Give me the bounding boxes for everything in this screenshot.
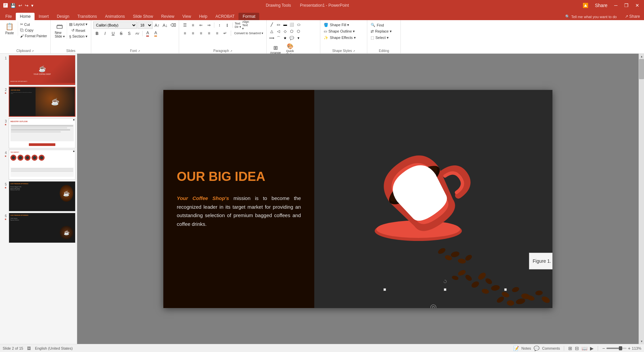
zoom-in-button[interactable]: + (628, 346, 631, 351)
slide-thumb-4[interactable]: 4 ★ THE MARKET (1, 150, 75, 180)
shape-effects-button[interactable]: ✨ Shape Effects ▾ (322, 35, 357, 41)
bold-button[interactable]: B (93, 30, 101, 37)
tab-insert[interactable]: Insert (35, 13, 53, 20)
strikethrough-button[interactable]: S (117, 30, 125, 37)
handle-bottom-right[interactable] (504, 288, 507, 291)
reading-view-button[interactable]: 📖 (582, 346, 587, 351)
shape-line-icon[interactable]: ╱ (269, 21, 275, 28)
tab-animations[interactable]: Animations (101, 13, 129, 20)
scroll-thumb[interactable] (639, 59, 644, 79)
shape-star-icon[interactable]: ★ (282, 35, 288, 41)
tab-home[interactable]: Home (16, 13, 35, 20)
shape-arrow-icon[interactable]: ⟹ (269, 35, 275, 41)
char-spacing-button[interactable]: AV (133, 30, 141, 37)
slide-image-5[interactable]: OUR PREMIUM OFFERINGS Premium Bagged Cof… (9, 181, 75, 211)
slide-panel[interactable]: 1 ☕ YOUR COFFEE SHOP INVESTOR OPPORTUNIT… (0, 54, 77, 344)
tell-me-input[interactable]: 🔍 Tell me what you want to do (561, 13, 621, 20)
handle-bottom-center[interactable] (444, 288, 446, 291)
slide-image-2[interactable]: OUR BIG IDEA Your Coffee Shop's mission … (9, 87, 75, 117)
shape-diamond-icon[interactable]: ◇ (282, 28, 288, 34)
zoom-slider[interactable] (606, 348, 627, 349)
save-icon[interactable]: 💾 (10, 2, 16, 9)
slideshow-button[interactable]: ▶ (590, 346, 594, 351)
copy-button[interactable]: ⿻ Copy (19, 28, 35, 33)
replace-button[interactable]: ⇄ Replace ▾ (369, 29, 393, 34)
tab-format[interactable]: Format (238, 13, 259, 20)
font-size-select[interactable]: 18 (138, 21, 153, 29)
close-button[interactable]: ✕ (633, 3, 641, 8)
tab-view[interactable]: View (178, 13, 195, 20)
section-button[interactable]: § Section ▾ (68, 34, 89, 39)
justify2-button[interactable]: ≡ (213, 30, 221, 37)
align-right-button[interactable]: ≡ (197, 30, 205, 37)
slide-thumb-6[interactable]: 6 ★ OUR PREMIUM OFFERINGS ☕ Coffee Varie… (1, 213, 75, 243)
cut-button[interactable]: ✂ Cut (19, 21, 31, 27)
bullets-button[interactable]: ☰ (181, 21, 189, 29)
tab-help[interactable]: Help (195, 13, 212, 20)
handle-bottom-left[interactable] (383, 288, 386, 291)
increase-font-size-button[interactable]: A↑ (153, 21, 161, 29)
rotation-handle[interactable] (443, 280, 447, 284)
slide-thumb-1[interactable]: 1 ☕ YOUR COFFEE SHOP INVESTOR OPPORTUNIT… (1, 55, 75, 85)
tab-transitions[interactable]: Transitions (73, 13, 101, 20)
comments-button[interactable]: 💬 (534, 346, 539, 351)
align-left-button[interactable]: ≡ (181, 30, 189, 37)
slide-thumb-2[interactable]: 2 ★ OUR BIG IDEA Your Coffee Shop's miss… (1, 87, 75, 117)
select-button[interactable]: ⬚ Select ▾ (369, 35, 390, 41)
shape-hexagon-icon[interactable]: ⬡ (296, 28, 302, 34)
shape-rtriangle-icon[interactable]: ◁ (275, 28, 281, 34)
slide-thumb-3[interactable]: 3 ★ INDUSTRY OUTLOOK (1, 118, 75, 148)
shape-fill-button[interactable]: 🪣 Shape Fill ▾ (322, 22, 351, 28)
highlight-color-button[interactable]: A (152, 30, 159, 37)
customize-qat-icon[interactable]: ▾ (31, 2, 34, 9)
shape-pentagon-icon[interactable]: ⬠ (289, 28, 295, 34)
slide-image-1[interactable]: ☕ YOUR COFFEE SHOP INVESTOR OPPORTUNITY (9, 55, 75, 85)
scroll-track[interactable] (639, 59, 644, 339)
tab-review[interactable]: Review (157, 13, 178, 20)
tab-slideshow[interactable]: Slide Show (129, 13, 157, 20)
increase-indent-button[interactable]: ⇒ (205, 21, 213, 29)
slide-image-3[interactable]: INDUSTRY OUTLOOK (9, 118, 75, 148)
restore-button[interactable]: ❐ (622, 3, 631, 8)
zoom-thumb[interactable] (619, 346, 622, 350)
text-direction-button[interactable]: TextDir ▾ (234, 21, 241, 29)
tab-acrobat[interactable]: ACROBAT (211, 13, 238, 20)
columns-button[interactable]: ⫿ (224, 21, 231, 29)
scroll-up-arrow[interactable]: ▲ (639, 54, 644, 59)
italic-button[interactable]: I (101, 30, 109, 37)
font-family-select[interactable]: Calibri (Body) (93, 21, 137, 29)
justify-button[interactable]: ≡ (205, 30, 213, 37)
slide-area[interactable]: OUR BIG IDEA Your Coffee Shop's mission … (77, 54, 639, 344)
scroll-down-arrow[interactable]: ▼ (639, 339, 644, 344)
shape-rounded-rect-icon[interactable]: ⬜ (289, 21, 295, 28)
tab-file[interactable]: File (1, 13, 16, 20)
slide-thumb-5[interactable]: 5 ★ OUR PREMIUM OFFERINGS Premium Bagged… (1, 181, 75, 211)
right-scrollbar[interactable]: ▲ ▼ (639, 54, 644, 344)
underline-button[interactable]: U (109, 30, 117, 37)
numbering-button[interactable]: ≡ (189, 21, 197, 29)
shape-triangle-icon[interactable]: △ (269, 28, 275, 34)
minimize-button[interactable]: ─ (612, 3, 620, 8)
format-painter-button[interactable]: 🖌 Format Painter (19, 33, 48, 39)
font-color-button[interactable]: A (144, 30, 151, 37)
shape-outline-button[interactable]: ▭ Shape Outline ▾ (322, 29, 356, 34)
notes-button[interactable]: 📝 (513, 346, 519, 351)
decrease-indent-button[interactable]: ⇐ (197, 21, 205, 29)
align-text-button[interactable]: AlignText ▾ (242, 21, 250, 29)
ribbon-display-icon[interactable]: 🔼 (581, 3, 590, 8)
normal-view-button[interactable]: ⊞ (568, 346, 572, 351)
shape-rect2-icon[interactable]: ▬ (282, 21, 288, 28)
shape-ellipse-icon[interactable]: ⬭ (296, 21, 302, 28)
slide-image-4[interactable]: THE MARKET (9, 150, 75, 180)
layout-button[interactable]: ▤ Layout ▾ (68, 21, 89, 27)
share-button[interactable]: Share (593, 3, 609, 8)
shape-curved-icon[interactable]: ⌒ (275, 35, 281, 41)
convert-smartart-button[interactable]: Convert to SmartArt ▾ (233, 30, 264, 37)
shape-callout-icon[interactable]: 💬 (289, 35, 295, 41)
undo-icon[interactable]: ↩ (18, 2, 23, 9)
redo-icon[interactable]: ↪ (24, 2, 29, 9)
shapes-more-icon[interactable]: ▾ (296, 35, 302, 41)
paste-button[interactable]: 📋 Paste (2, 21, 18, 36)
reset-button[interactable]: ↺ Reset (68, 28, 89, 33)
rtl-button[interactable]: ↵ (221, 30, 229, 37)
